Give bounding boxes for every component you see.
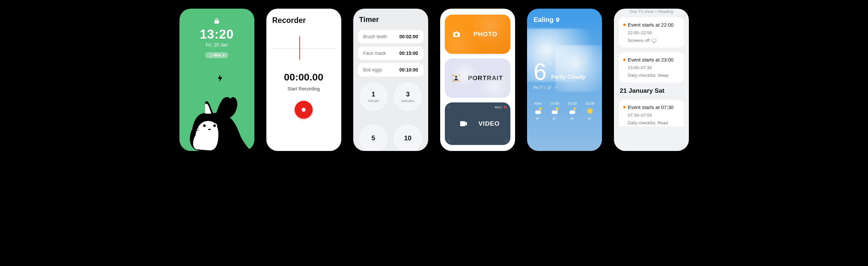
hour-temp: 6° — [536, 117, 540, 121]
event-time: 07:30–07:55 — [628, 113, 679, 118]
record-dot-icon — [302, 108, 306, 112]
timer-title: Timer — [358, 15, 424, 24]
camera-icon — [452, 31, 461, 37]
camera-mode-video[interactable]: REC VIDEO — [445, 102, 510, 145]
timer-preset-value: 00:10:00 — [399, 67, 418, 72]
timer-quick-dial[interactable]: 5 — [359, 124, 389, 151]
calendar-card[interactable]: One TV show + Reading Event starts at 22… — [614, 9, 689, 151]
video-icon — [460, 121, 468, 126]
calendar-date-header: 21 January Sat — [620, 87, 683, 94]
location-pin-icon — [556, 18, 560, 22]
battery-text: 45% — [213, 53, 221, 57]
event-time: 23:00–07:30 — [628, 65, 679, 70]
current-temperature: 6° — [534, 60, 547, 84]
temp-range: Fri 7° / -2° — [534, 86, 552, 90]
hourly-forecast[interactable]: Now 6° 14:00 6° 15:00 6° 16:00 5° — [534, 101, 595, 121]
dial-number: 3 — [406, 91, 409, 98]
timer-preset[interactable]: Brush teeth 00:02:00 — [358, 30, 424, 43]
camera-mode-photo[interactable]: PHOTO — [445, 14, 510, 54]
recorder-time: 00:00.00 — [272, 71, 335, 83]
forecast-hour: 16:00 5° — [585, 101, 595, 121]
timer-preset-value: 00:02:00 — [399, 34, 418, 39]
dial-number: 5 — [372, 134, 375, 142]
event-time: 22:00–22:50 — [628, 30, 679, 35]
svg-rect-5 — [208, 129, 211, 130]
bolt-icon — [222, 54, 225, 57]
timer-quick-dial[interactable]: 1 minute — [359, 82, 389, 112]
playhead-icon — [299, 36, 300, 60]
tv-icon — [652, 39, 656, 42]
timer-preset-label: Boil eggs — [363, 67, 382, 72]
recorder-subtitle: Start Recording — [272, 86, 335, 92]
weather-location[interactable]: Ealing — [534, 16, 595, 24]
dial-unit: minutes — [401, 99, 414, 103]
timer-quick-dial[interactable]: 10 — [393, 124, 423, 151]
weather-card: Ealing 6° Partly Cloudy Fri 7° / -2° Now… — [527, 9, 602, 151]
event-desc: Daily checklist, Read — [628, 120, 679, 125]
calendar-event[interactable]: Event starts at 23:00 23:00–07:30 Daily … — [619, 52, 684, 82]
mode-label: PORTRAIT — [468, 74, 503, 82]
svg-point-0 — [209, 54, 212, 57]
svg-point-3 — [203, 124, 206, 127]
lock-date: Fri, 20 Jan — [180, 42, 254, 47]
cat-illustration — [180, 74, 254, 151]
dial-number: 10 — [404, 134, 411, 142]
truncated-prev-event: One TV show + Reading — [619, 9, 684, 17]
dial-unit: minute — [368, 99, 379, 103]
hour-temp: 6° — [553, 117, 556, 121]
timer-preset[interactable]: Boil eggs 00:10:00 — [358, 63, 424, 76]
waveform — [272, 35, 335, 62]
event-title: Event starts at 07:30 — [628, 104, 679, 110]
hour-label: 15:00 — [568, 101, 577, 105]
lock-time: 13:20 — [180, 27, 254, 41]
forecast-hour: 15:00 6° — [568, 101, 577, 121]
hour-temp: 6° — [570, 117, 574, 121]
forecast-hour: Now 6° — [534, 101, 542, 121]
lightning-icon — [218, 74, 222, 84]
timer-preset[interactable]: Face mask 00:15:00 — [358, 46, 424, 60]
rec-indicator: REC — [495, 106, 505, 109]
timer-preset-value: 00:15:00 — [399, 51, 418, 56]
timer-preset-label: Brush teeth — [363, 34, 387, 39]
recorder-title: Recorder — [272, 16, 335, 25]
portrait-frame-icon — [452, 74, 461, 82]
lockscreen-card: 13:20 Fri, 20 Jan 45% — [180, 9, 254, 151]
lock-icon — [214, 18, 219, 25]
mode-label: VIDEO — [475, 120, 503, 127]
weather-cloudy-icon — [551, 107, 558, 115]
event-desc: Daily checklist, Sleep — [628, 73, 679, 78]
dial-number: 1 — [372, 91, 375, 98]
timer-card: Timer Brush teeth 00:02:00 Face mask 00:… — [353, 9, 428, 151]
forecast-hour: 14:00 6° — [550, 101, 559, 121]
city-name: Ealing — [534, 16, 554, 24]
calendar-event[interactable]: Event starts at 22:00 22:00–22:50 Screen… — [619, 17, 684, 47]
hour-label: 16:00 — [585, 101, 595, 105]
svg-point-4 — [213, 124, 216, 127]
weather-cloudy-icon — [569, 107, 576, 115]
record-button[interactable] — [294, 101, 313, 119]
event-desc: Screens off — [628, 38, 679, 43]
weather-sunny-icon — [586, 107, 594, 115]
battery-pill[interactable]: 45% — [205, 52, 228, 58]
cloud-decoration — [555, 45, 602, 92]
event-title: Event starts at 22:00 — [628, 22, 679, 28]
camera-mode-portrait[interactable]: PORTRAIT — [445, 59, 510, 98]
event-title: Event starts at 23:00 — [628, 57, 679, 63]
hour-label: Now — [534, 101, 542, 105]
hour-temp: 5° — [588, 117, 592, 121]
cat-icon — [183, 91, 253, 151]
weather-cloudy-icon — [534, 107, 542, 115]
camera-modes-card: PHOTO PORTRAIT REC VIDEO — [440, 9, 515, 151]
battery-ring-icon — [209, 54, 212, 57]
recorder-card: Recorder 00:00.00 Start Recording — [266, 9, 341, 151]
hour-label: 14:00 — [550, 101, 559, 105]
calendar-event[interactable]: Event starts at 07:30 07:30–07:55 Daily … — [619, 100, 684, 126]
mode-label: PHOTO — [468, 31, 503, 38]
timer-quick-dial[interactable]: 3 minutes — [393, 82, 423, 112]
timer-preset-label: Face mask — [363, 51, 386, 56]
